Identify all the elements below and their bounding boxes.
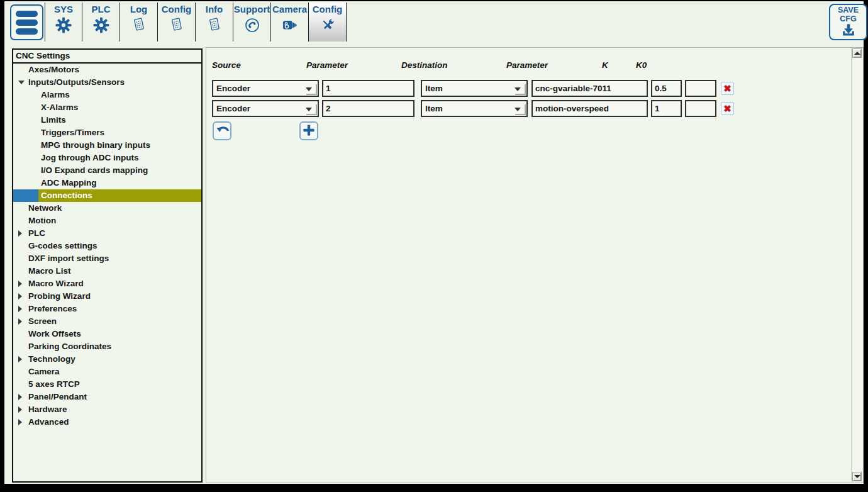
tab-config-3[interactable]: Config	[158, 3, 196, 42]
source-parameter-input[interactable]	[322, 80, 415, 97]
tab-label: Support	[234, 4, 270, 14]
connections-panel: SourceParameterDestinationParameterKK0 E…	[206, 47, 864, 483]
sidebar-item-label: Camera	[28, 367, 60, 376]
add-row-button[interactable]	[299, 121, 318, 140]
tab-sys-0[interactable]: SYS	[45, 3, 82, 42]
delete-row-button[interactable]: ✖	[721, 82, 734, 95]
expand-arrow-icon[interactable]	[18, 419, 22, 425]
sidebar-item-label: DXF import settings	[28, 254, 109, 263]
source-select[interactable]: Encoder	[212, 100, 319, 117]
sidebar-item-triggers-timers[interactable]: Triggers/Timers	[13, 126, 201, 139]
sidebar-item-network[interactable]: Network	[13, 202, 201, 215]
sidebar-item-mpg-through-binary-inputs[interactable]: MPG through binary inputs	[13, 139, 201, 152]
k0-input[interactable]	[685, 100, 716, 117]
sidebar-item-plc[interactable]: PLC	[13, 227, 201, 240]
dropdown-arrow-icon	[306, 108, 312, 111]
tab-label: Config	[162, 4, 191, 14]
sidebar-item-label: Parking Coordinates	[28, 342, 111, 351]
expand-arrow-icon[interactable]	[18, 394, 22, 400]
scroll-down-button[interactable]	[852, 472, 862, 481]
sidebar-item-label: Panel/Pendant	[28, 392, 87, 401]
sidebar-item-label: Alarms	[41, 90, 70, 99]
delete-row-button[interactable]: ✖	[721, 102, 734, 115]
tab-config-7[interactable]: Config	[309, 3, 347, 42]
sidebar-item-motion[interactable]: Motion	[13, 215, 201, 227]
undo-button[interactable]	[213, 121, 231, 140]
source-parameter-input[interactable]	[322, 100, 415, 117]
sidebar-item-label: PLC	[28, 228, 45, 238]
k-input[interactable]	[651, 80, 682, 97]
tab-support-5[interactable]: Support	[233, 3, 271, 42]
destination-parameter-input[interactable]	[531, 80, 648, 97]
tab-label: Camera	[272, 4, 307, 14]
tab-label: Log	[130, 4, 148, 14]
source-select[interactable]: Encoder	[212, 80, 319, 97]
undo-icon	[214, 122, 230, 140]
tools-icon	[319, 16, 337, 34]
collapse-arrow-icon[interactable]	[18, 81, 25, 84]
sidebar-item-5-axes-rtcp[interactable]: 5 axes RTCP	[13, 378, 201, 391]
settings-tree: Axes/MotorsInputs/Outputs/SensorsAlarmsX…	[13, 64, 201, 428]
expand-arrow-icon[interactable]	[18, 406, 22, 413]
save-cfg-button[interactable]: SAVE CFG	[829, 4, 867, 40]
tab-label: PLC	[92, 4, 111, 14]
sidebar-item-parking-coordinates[interactable]: Parking Coordinates	[13, 340, 201, 353]
expand-arrow-icon[interactable]	[18, 281, 22, 287]
sidebar-title: CNC Settings	[13, 50, 201, 64]
sidebar-item-label: ADC Mapping	[41, 178, 97, 187]
sidebar-item-inputs-outputs-sensors[interactable]: Inputs/Outputs/Sensors	[13, 76, 201, 89]
menu-button[interactable]	[10, 4, 43, 40]
tab-plc-1[interactable]: PLC	[82, 3, 120, 42]
sidebar-item-advanced[interactable]: Advanced	[13, 416, 201, 428]
sidebar-item-i-o-expand-cards-mapping[interactable]: I/O Expand cards mapping	[13, 164, 201, 177]
sidebar-item-limits[interactable]: Limits	[13, 114, 201, 126]
sidebar-item-probing-wizard[interactable]: Probing Wizard	[13, 290, 201, 303]
sidebar-item-g-codes-settings[interactable]: G-codes settings	[13, 240, 201, 252]
scroll-up-button[interactable]	[852, 48, 862, 58]
sidebar-item-label: I/O Expand cards mapping	[41, 165, 148, 175]
sidebar-item-hardware[interactable]: Hardware	[13, 403, 201, 416]
tab-label: SYS	[54, 4, 73, 14]
save-cfg-label-line1: SAVE	[838, 6, 859, 14]
phone-icon	[243, 16, 261, 34]
k0-input[interactable]	[685, 80, 716, 97]
sidebar-item-label: G-codes settings	[28, 241, 97, 250]
sidebar-item-jog-through-adc-inputs[interactable]: Jog through ADC inputs	[13, 152, 201, 164]
tab-label: Config	[313, 4, 342, 14]
expand-arrow-icon[interactable]	[18, 230, 22, 237]
sidebar-item-panel-pendant[interactable]: Panel/Pendant	[13, 391, 201, 403]
column-header-parameter-3: Parameter	[506, 60, 548, 70]
sidebar-item-label: Triggers/Timers	[41, 128, 104, 137]
sidebar-item-preferences[interactable]: Preferences	[13, 303, 201, 315]
destination-parameter-input[interactable]	[531, 100, 648, 117]
document-icon	[168, 16, 186, 34]
tab-log-2[interactable]: Log	[120, 3, 158, 42]
gear-icon	[55, 16, 72, 34]
document-icon	[206, 16, 223, 34]
arrow-down-icon	[854, 475, 860, 478]
dropdown-arrow-icon	[515, 87, 521, 91]
destination-select[interactable]: Item	[421, 100, 528, 117]
expand-arrow-icon[interactable]	[18, 293, 22, 299]
sidebar-item-macro-list[interactable]: Macro List	[13, 265, 201, 277]
sidebar-item-work-offsets[interactable]: Work Offsets	[13, 328, 201, 340]
sidebar-item-technology[interactable]: Technology	[13, 353, 201, 366]
expand-arrow-icon[interactable]	[18, 318, 22, 325]
sidebar-item-x-alarms[interactable]: X-Alarms	[13, 101, 201, 114]
tab-info-4[interactable]: Info	[196, 3, 233, 42]
sidebar-item-connections[interactable]: Connections	[13, 189, 201, 202]
sidebar-item-macro-wizard[interactable]: Macro Wizard	[13, 277, 201, 290]
vertical-scrollbar[interactable]	[851, 48, 862, 481]
sidebar-item-axes-motors[interactable]: Axes/Motors	[13, 64, 201, 76]
column-header-k0-5: K0	[636, 60, 647, 70]
sidebar-item-dxf-import-settings[interactable]: DXF import settings	[13, 252, 201, 265]
k-input[interactable]	[651, 100, 682, 117]
sidebar-item-screen[interactable]: Screen	[13, 315, 201, 328]
destination-select[interactable]: Item	[421, 80, 528, 97]
expand-arrow-icon[interactable]	[18, 306, 22, 312]
sidebar-item-alarms[interactable]: Alarms	[13, 89, 201, 101]
sidebar-item-camera[interactable]: Camera	[13, 366, 201, 378]
expand-arrow-icon[interactable]	[18, 356, 22, 362]
sidebar-item-adc-mapping[interactable]: ADC Mapping	[13, 177, 201, 189]
tab-camera-6[interactable]: Camera	[271, 3, 309, 42]
